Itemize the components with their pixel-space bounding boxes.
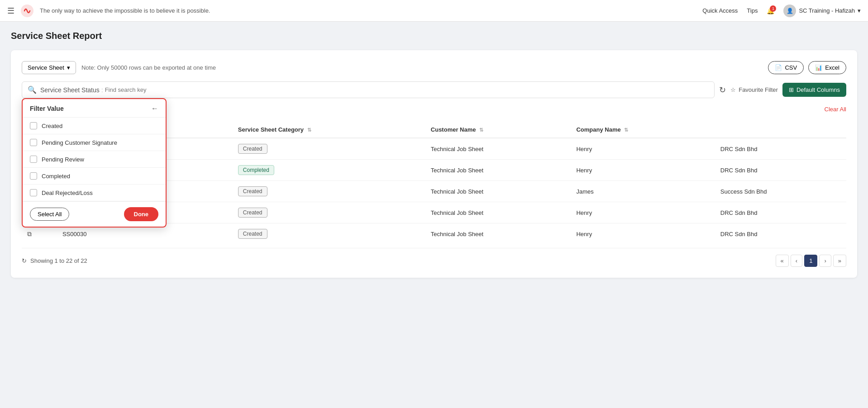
filter-checkbox-pending-review [30,156,37,163]
quick-access-link[interactable]: Quick Access [702,7,738,14]
filter-label-created: Created [42,123,62,129]
cell-status-3: Created [233,202,425,223]
cell-customer-2: James [571,181,715,202]
cell-category-4: Technical Job Sheet [425,223,571,245]
refresh-icon[interactable]: ↻ [22,257,27,264]
logo-icon [20,4,34,18]
default-columns-button[interactable]: ⊞ Default Columns [782,83,846,97]
cell-customer-1: Henry [571,160,715,181]
select-all-button[interactable]: Select All [30,208,69,221]
col-header-category[interactable]: Service Sheet Category ⇅ [233,122,425,138]
cell-company-1: DRC Sdn Bhd [715,160,846,181]
col-header-company[interactable]: Company Name ⇅ [571,122,715,138]
sort-category-icon: ⇅ [307,127,311,133]
filter-item-pending-review[interactable]: Pending Review [23,151,166,168]
filter-checkbox-created [30,122,37,129]
cell-customer-4: Henry [571,223,715,245]
cell-customer-0: Henry [571,138,715,160]
sort-customer-icon: ⇅ [479,127,483,133]
search-icon: 🔍 [28,85,37,94]
search-bar: 🔍 Service Sheet Status : [22,81,715,98]
filter-label-deal-rejected: Deal Rejected/Loss [42,190,93,196]
bell-icon[interactable]: 🔔 1 [767,7,774,14]
csv-button[interactable]: 📄 CSV [768,61,804,74]
filter-label-completed: Completed [42,173,70,180]
pagination-row: ↻ Showing 1 to 22 of 22 « ‹ 1 › » [22,248,846,267]
clear-all-button[interactable]: Clear All [825,106,846,113]
done-button[interactable]: Done [124,207,159,221]
status-badge: Created [238,208,267,218]
cell-status-0: Created [233,138,425,160]
search-row: 🔍 Service Sheet Status : ↻ ☆ Favourite F… [22,81,846,98]
filter-item-deal-rejected[interactable]: Deal Rejected/Loss [23,185,166,201]
favourite-filter-button[interactable]: ☆ Favourite Filter [730,86,778,93]
page-title: Service Sheet Report [11,31,857,41]
pagination-controls: « ‹ 1 › » [776,255,846,267]
filter-checkbox-completed [30,172,37,180]
pagination-info: ↻ Showing 1 to 22 of 22 [22,257,87,264]
external-link-icon[interactable]: ⧉ [27,230,32,237]
star-icon: ☆ [730,86,736,93]
tips-link[interactable]: Tips [747,7,758,14]
cell-category-3: Technical Job Sheet [425,202,571,223]
filter-item-created[interactable]: Created [23,118,166,134]
table-controls-wrap: Se... Clear All Filter Value ← Created P… [22,102,846,118]
bell-badge: 1 [770,5,776,12]
favourite-filter-label: Favourite Filter [739,86,778,93]
excel-icon: 📊 [815,64,822,71]
next-page-button[interactable]: › [819,255,831,267]
cell-company-2: Success Sdn Bhd [715,181,846,202]
filter-item-pending-customer[interactable]: Pending Customer Signature [23,134,166,151]
user-menu[interactable]: 👤 SC Training - Hafizah ▾ [783,5,861,17]
user-chevron-icon: ▾ [858,7,861,14]
cell-status-2: Created [233,181,425,202]
filter-dropdown: Filter Value ← Created Pending Customer … [22,98,167,228]
status-badge: Completed [238,165,274,175]
search-input[interactable] [105,86,709,93]
cell-company-4: DRC Sdn Bhd [715,223,846,245]
hamburger-icon[interactable]: ☰ [7,6,14,16]
last-page-button[interactable]: » [833,255,846,267]
filter-back-button[interactable]: ← [151,104,158,113]
cell-status-1: Completed [233,160,425,181]
filter-header: Filter Value ← [23,99,166,118]
first-page-button[interactable]: « [776,255,789,267]
toolbar-row: Service Sheet ▾ Note: Only 50000 rows ca… [22,61,846,74]
cell-company-0: DRC Sdn Bhd [715,138,846,160]
sort-company-icon: ⇅ [624,127,628,133]
avatar: 👤 [783,5,796,17]
filter-title: Filter Value [30,105,64,112]
csv-icon: 📄 [775,64,782,71]
cell-category-1: Technical Job Sheet [425,160,571,181]
col-header-customer[interactable]: Customer Name ⇅ [425,122,571,138]
search-separator: : [101,86,103,94]
prev-page-button[interactable]: ‹ [791,255,802,267]
cell-company-3: DRC Sdn Bhd [715,202,846,223]
service-sheet-dropdown[interactable]: Service Sheet ▾ [22,61,76,74]
filter-label-pending-review: Pending Review [42,156,84,163]
excel-button[interactable]: 📊 Excel [808,61,846,74]
columns-icon: ⊞ [789,86,794,93]
filter-label-pending-customer: Pending Customer Signature [42,139,117,146]
topnav: ☰ The only way to achieve the impossible… [0,0,868,22]
excel-label: Excel [825,64,839,71]
user-name: SC Training - Hafizah [799,7,855,14]
cell-status-4: Created [233,223,425,245]
filter-item-completed[interactable]: Completed [23,168,166,185]
dropdown-label: Service Sheet [28,64,64,71]
topnav-tagline: The only way to achieve the impossible i… [40,7,210,14]
export-note: Note: Only 50000 rows can be exported at… [81,64,216,71]
cell-category-0: Technical Job Sheet [425,138,571,160]
export-buttons: 📄 CSV 📊 Excel [768,61,846,74]
filter-footer: Select All Done [23,201,166,227]
cell-category-2: Technical Job Sheet [425,181,571,202]
dropdown-chevron-icon: ▾ [67,64,70,71]
csv-label: CSV [785,64,797,71]
default-columns-label: Default Columns [796,86,840,93]
cell-customer-3: Henry [571,202,715,223]
page-1-button[interactable]: 1 [804,255,817,267]
showing-label: Showing 1 to 22 of 22 [30,257,87,264]
main-card: Service Sheet ▾ Note: Only 50000 rows ca… [11,50,857,278]
refresh-button[interactable]: ↻ [719,85,726,95]
status-badge: Created [238,186,267,196]
